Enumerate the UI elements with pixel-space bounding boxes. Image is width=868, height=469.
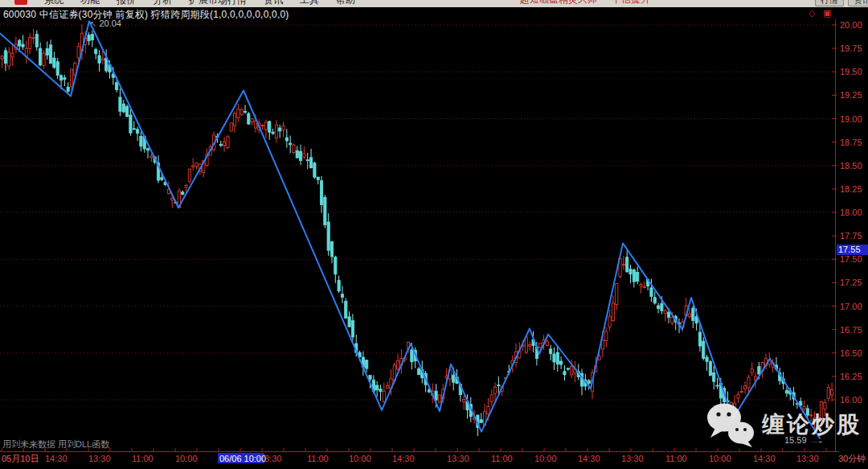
price-tick-label: 20.00 (840, 20, 862, 30)
candle-body (49, 45, 51, 64)
candle-body (327, 222, 330, 250)
candle-body (53, 58, 55, 68)
toolbar-button-行情[interactable]: 行情 (815, 0, 844, 6)
time-axis-label: 14:30 (578, 454, 600, 463)
candle-body (713, 372, 715, 381)
candle-body (539, 344, 542, 348)
candle-body (233, 113, 235, 125)
candle-body (608, 316, 611, 327)
candle-body (195, 163, 198, 166)
candle-body (188, 169, 190, 181)
menu-item-工具[interactable]: 工具 (300, 0, 319, 6)
candle-body (637, 273, 639, 282)
candle-body (285, 138, 288, 141)
candle-body (261, 125, 264, 126)
candle-body (567, 368, 569, 369)
price-tick-label: 16.50 (840, 348, 862, 358)
candlestick-chart[interactable]: 20.0019.7519.5019.2519.0018.7518.5018.25… (0, 0, 868, 469)
candle-body (289, 143, 292, 145)
time-axis-label: 10:00 (709, 454, 731, 463)
candle-body (702, 341, 705, 358)
candle-body (709, 362, 711, 376)
time-axis-label: 06/06 10:00 (219, 454, 266, 463)
time-axis-label: 11:00 (132, 454, 154, 463)
candle-body (490, 395, 493, 401)
candle-body (351, 321, 354, 337)
promo-text[interactable]: 超短临盘精灵大师 (520, 0, 597, 6)
window-icon[interactable]: ▣ (823, 8, 831, 19)
menu-item-系统[interactable]: 系统 (44, 0, 63, 6)
candle-body (740, 391, 743, 392)
candle-body (563, 372, 566, 375)
candle-body (529, 345, 531, 347)
menu-item-功能[interactable]: 功能 (80, 0, 100, 6)
candle-body (8, 52, 10, 66)
candle-body (493, 387, 496, 393)
candle-body (77, 47, 80, 58)
candle-body (664, 311, 666, 313)
candle-body (251, 119, 253, 122)
candle-body (150, 156, 153, 158)
candle-body (43, 53, 45, 65)
price-tick-label: 19.25 (840, 90, 862, 100)
candle-body (743, 386, 746, 389)
candle-body (240, 109, 243, 115)
candle-body (122, 104, 125, 112)
menu-item-资讯[interactable]: 资讯 (264, 0, 283, 6)
time-axis-label: 10:00 (349, 454, 371, 463)
candle-body (348, 317, 350, 327)
candle-body (622, 265, 624, 265)
candle-body (785, 390, 788, 393)
candle-body (248, 113, 250, 124)
menu-item-扩展市场行情[interactable]: 扩展市场行情 (189, 0, 247, 6)
candle-body (303, 154, 305, 157)
candle-body (661, 303, 663, 311)
candle-body (146, 149, 149, 150)
candle-body (706, 357, 708, 361)
candle-body (751, 369, 753, 372)
price-tick-label: 17.25 (840, 278, 862, 287)
candle-body (653, 298, 656, 303)
chart-title: 600030 中信证券(30分钟 前复权) 狩猎跨周期段(1,0,0,0,0,0… (3, 8, 289, 22)
diamond-icon[interactable]: ◇ (809, 8, 815, 19)
price-tick-label: 18.00 (840, 208, 862, 217)
candle-body (396, 360, 399, 368)
candle-body (438, 395, 440, 402)
candle-body (264, 122, 267, 130)
time-axis-label: 10:00 (175, 454, 198, 463)
time-axis-label: 14:30 (45, 454, 68, 463)
menu-item-帮助[interactable]: 帮助 (336, 0, 355, 6)
app-logo-icon[interactable] (14, 0, 27, 5)
formula-warning-text: 用到未来数据 用到DLL函数 (2, 438, 109, 450)
candlestick-series[interactable] (1, 24, 833, 436)
candle-body (553, 354, 555, 362)
candle-body (612, 303, 614, 321)
candle-body (35, 35, 38, 47)
toolbar-button-资讯[interactable]: 资讯 (848, 0, 868, 6)
zigzag-segment-line (0, 21, 820, 438)
price-tick-label: 17.50 (840, 254, 862, 264)
candle-body (230, 123, 232, 131)
time-axis-label: 13:30 (796, 454, 819, 463)
candle-body (650, 288, 653, 297)
candle-body (345, 301, 347, 318)
candle-body (383, 391, 385, 401)
candle-body (136, 130, 138, 134)
candle-body (688, 314, 690, 317)
candle-body (1, 56, 3, 59)
price-tick-label: 18.75 (840, 138, 862, 147)
menu-item-报价[interactable]: 报价 (117, 0, 136, 6)
promo-text-2[interactable]: 个信提升 (612, 0, 650, 6)
candle-body (657, 306, 659, 308)
candle-body (827, 388, 829, 399)
candle-body (275, 125, 277, 138)
candle-body (497, 385, 500, 385)
time-axis-label: 13:30 (88, 454, 111, 463)
candle-body (161, 178, 163, 180)
candle-body (119, 97, 121, 111)
candle-body (452, 375, 455, 382)
candle-body (4, 51, 6, 64)
menu-item-分析[interactable]: 分析 (153, 0, 172, 6)
candle-body (70, 69, 72, 87)
candle-body (525, 337, 527, 352)
